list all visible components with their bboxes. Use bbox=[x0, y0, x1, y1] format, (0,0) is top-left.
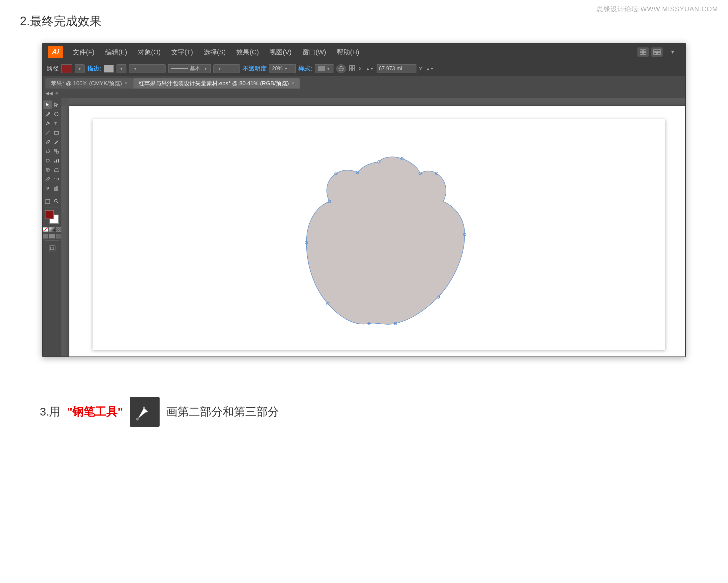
eyedropper-tool[interactable] bbox=[44, 175, 52, 184]
menu-select[interactable]: 选择(S) bbox=[199, 46, 231, 59]
stroke-dropdown[interactable]: ▼ bbox=[116, 64, 126, 73]
opacity-value[interactable]: 20% ▼ bbox=[269, 64, 296, 73]
svg-rect-22 bbox=[54, 161, 55, 163]
tool-separator-1 bbox=[45, 195, 59, 195]
section2-title: 2.最终完成效果 bbox=[20, 13, 708, 29]
menu-effect[interactable]: 效果(C) bbox=[232, 46, 263, 59]
brush-tool[interactable] bbox=[44, 138, 52, 146]
artboard-btn[interactable] bbox=[45, 244, 59, 253]
arrange-icon-btn[interactable] bbox=[638, 48, 649, 57]
section3-prefix: 3.用 bbox=[40, 404, 60, 419]
tool-row-line bbox=[44, 128, 61, 137]
svg-point-15 bbox=[48, 122, 48, 123]
section3-highlight: "钢笔工具" bbox=[67, 404, 123, 419]
ruler-corner bbox=[61, 98, 69, 106]
view-mode-buttons bbox=[42, 234, 62, 239]
pen-tool[interactable] bbox=[44, 119, 52, 128]
pen-tool-image bbox=[130, 397, 160, 427]
artboard-tool[interactable] bbox=[44, 197, 52, 205]
tool-row-artboard bbox=[44, 197, 61, 205]
svg-rect-13 bbox=[353, 68, 355, 71]
pattern-btn[interactable] bbox=[56, 227, 62, 232]
svg-line-37 bbox=[45, 199, 46, 199]
screen-view-btn[interactable] bbox=[49, 234, 55, 239]
svg-rect-43 bbox=[49, 246, 55, 251]
svg-rect-0 bbox=[640, 50, 643, 52]
collapse-bar: ◀◀ ≡ bbox=[43, 88, 685, 98]
menu-object[interactable]: 对象(O) bbox=[133, 46, 165, 59]
style-label: 样式: bbox=[298, 65, 312, 73]
tab-apple-close[interactable]: × bbox=[125, 81, 127, 86]
mesh-tool[interactable] bbox=[44, 165, 52, 174]
menu-edit[interactable]: 编辑(E) bbox=[101, 46, 132, 59]
menu-dropdown-arrow[interactable]: ▼ bbox=[665, 47, 680, 57]
canvas-area bbox=[61, 98, 685, 357]
tab-juice-close[interactable]: × bbox=[292, 81, 294, 86]
magic-wand-tool[interactable] bbox=[44, 110, 52, 118]
svg-rect-20 bbox=[56, 151, 58, 153]
coord-value-box[interactable]: 67.973 mi bbox=[376, 64, 416, 73]
tab-apple[interactable]: 苹果* @ 100% (CMYK/预览) × bbox=[46, 78, 133, 88]
svg-rect-12 bbox=[349, 68, 352, 71]
fill-dropdown[interactable]: ▼ bbox=[75, 64, 85, 73]
menu-text[interactable]: 文字(T) bbox=[166, 46, 198, 59]
gradient-btn[interactable] bbox=[49, 227, 55, 232]
menu-bar: Ai 文件(F) 编辑(E) 对象(O) 文字(T) 选择(S) 效果(C) 视… bbox=[43, 44, 685, 61]
menu-help[interactable]: 帮助(H) bbox=[332, 46, 364, 59]
fill-color-box[interactable] bbox=[61, 64, 72, 73]
blend-tool[interactable] bbox=[52, 175, 61, 184]
main-area: T bbox=[43, 98, 685, 357]
svg-rect-2 bbox=[640, 52, 643, 54]
svg-rect-4 bbox=[654, 50, 660, 51]
svg-rect-6 bbox=[657, 52, 660, 54]
scale-tool[interactable] bbox=[52, 147, 61, 156]
collapse-arrow[interactable]: ◀◀ bbox=[46, 90, 53, 96]
lasso-tool[interactable] bbox=[52, 110, 61, 118]
rect-tool[interactable] bbox=[52, 128, 61, 137]
x-label: X: bbox=[359, 66, 363, 71]
select-tool[interactable] bbox=[44, 101, 52, 109]
panel-name: ≡ bbox=[55, 91, 58, 96]
style-value[interactable]: ▼ bbox=[315, 64, 334, 73]
globe-icon[interactable] bbox=[336, 64, 346, 73]
color-swatches bbox=[45, 210, 59, 224]
line-tool[interactable] bbox=[44, 128, 52, 137]
stroke-options-dropdown[interactable]: ▼ bbox=[213, 64, 240, 73]
svg-line-38 bbox=[50, 199, 50, 199]
none-color-btn[interactable] bbox=[43, 227, 48, 232]
grid-icon-group bbox=[349, 65, 356, 72]
page-container: 思缘设计论坛 WWW.MISSYUAN.COM 2.最终完成效果 Ai 文件(F… bbox=[0, 0, 728, 453]
symbol-tool[interactable] bbox=[44, 184, 52, 193]
tool-row-brush bbox=[44, 138, 61, 146]
foreground-color-swatch[interactable] bbox=[45, 210, 54, 219]
graph-tool[interactable] bbox=[52, 156, 61, 165]
type-tool[interactable]: T bbox=[52, 119, 61, 128]
tool-row-eyedropper bbox=[44, 175, 61, 184]
tool-row-rotate bbox=[44, 147, 61, 156]
rotate-tool[interactable] bbox=[44, 147, 52, 156]
zoom-tool[interactable] bbox=[52, 197, 61, 205]
menu-file[interactable]: 文件(F) bbox=[68, 46, 99, 59]
color-extra-buttons bbox=[43, 227, 62, 232]
canvas-panel bbox=[69, 106, 685, 357]
menu-view[interactable]: 视图(V) bbox=[265, 46, 296, 59]
stroke-width-dropdown[interactable]: ▼ bbox=[129, 64, 165, 73]
y-arrows: ▲▼ bbox=[366, 66, 374, 71]
tool-row-pen: T bbox=[44, 119, 61, 128]
menu-window[interactable]: 窗口(W) bbox=[297, 46, 331, 59]
warp-tool[interactable] bbox=[44, 156, 52, 165]
pencil-tool[interactable] bbox=[52, 138, 61, 146]
y-label: Y: bbox=[419, 66, 423, 71]
perspective-tool[interactable] bbox=[52, 165, 61, 174]
stroke-color-box[interactable] bbox=[104, 65, 114, 73]
svg-text:T: T bbox=[54, 121, 57, 126]
normal-view-btn[interactable] bbox=[42, 234, 48, 239]
layout-icon-btn[interactable] bbox=[651, 48, 662, 57]
tab-juice-packaging[interactable]: 红苹果与果汁包装设计矢量素材.eps* @ 80.41% (RGB/预览) × bbox=[133, 78, 300, 88]
stroke-label: 描边: bbox=[87, 65, 101, 73]
direct-select-tool[interactable] bbox=[52, 101, 61, 109]
tool-row-magic bbox=[44, 110, 61, 118]
column-graph-tool[interactable] bbox=[52, 184, 61, 193]
y-arrows2: ▲▼ bbox=[426, 66, 434, 71]
opacity-label: 不透明度 bbox=[242, 65, 266, 73]
